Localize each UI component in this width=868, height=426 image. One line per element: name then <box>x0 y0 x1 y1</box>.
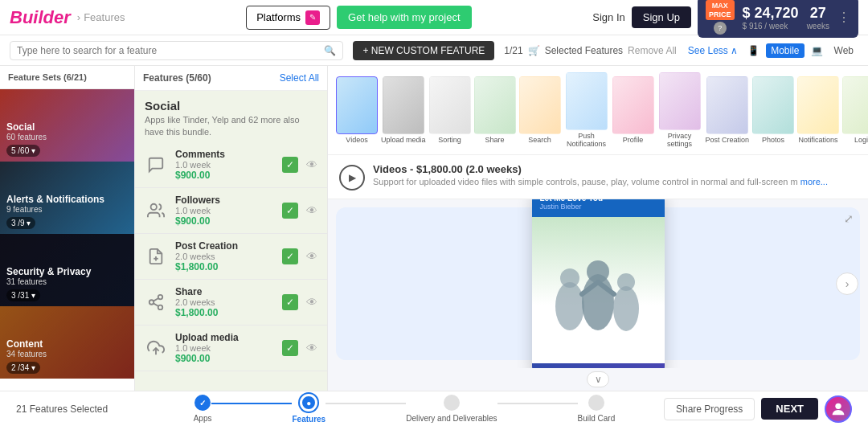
thumb-profile[interactable]: Profile <box>612 76 654 144</box>
upload-media-check[interactable]: ✓ <box>282 340 298 356</box>
post-creation-info: Post Creation 2.0 weeks $1,800.00 <box>175 240 274 272</box>
upload-media-eye[interactable]: 👁 <box>306 342 317 354</box>
post-creation-eye[interactable]: 👁 <box>306 250 317 263</box>
thumb-search-label: Search <box>528 136 551 144</box>
sidebar-social-badge[interactable]: 5 /60 ▾ <box>6 145 40 157</box>
thumb-push-notif[interactable]: Push Notifications <box>564 72 609 148</box>
thumb-videos[interactable]: Videos <box>336 76 378 144</box>
followers-check[interactable]: ✓ <box>282 203 298 219</box>
search-input[interactable] <box>17 45 324 56</box>
signup-button[interactable]: Sign Up <box>632 6 691 28</box>
view-toggle: 📱 Mobile 💻 Web <box>747 43 858 58</box>
thumb-upload-label: Upload media <box>381 136 426 144</box>
sidebar-security-badge[interactable]: 3 /31 ▾ <box>6 289 40 301</box>
signin-button[interactable]: Sign In <box>592 11 624 23</box>
step-features: ● Features <box>292 394 326 424</box>
comments-check[interactable]: ✓ <box>282 157 298 173</box>
max-price-badge: MAXPRICE <box>706 0 735 20</box>
followers-eye[interactable]: 👁 <box>306 204 317 217</box>
thumb-login-label: Login <box>854 136 868 144</box>
share-check[interactable]: ✓ <box>282 294 298 310</box>
connector-3 <box>497 403 578 404</box>
desktop-icon: 💻 <box>811 45 823 56</box>
more-button[interactable]: ⋮ <box>837 10 850 25</box>
thumb-privacy[interactable]: Privacy settings <box>657 72 702 148</box>
comments-icon <box>145 154 167 176</box>
avatar-button[interactable] <box>825 395 852 423</box>
step-build-label: Build Card <box>578 414 616 423</box>
new-feature-button[interactable]: + NEW CUSTOM FEATURE <box>353 41 494 60</box>
thumb-share[interactable]: Share <box>474 76 516 144</box>
collapse-area: ∨ <box>328 368 868 391</box>
next-button[interactable]: NEXT <box>761 398 818 420</box>
play-button[interactable]: ▶ <box>339 165 365 190</box>
thumb-sorting[interactable]: Sorting <box>429 76 471 144</box>
share-progress-button[interactable]: Share Progress <box>664 398 755 420</box>
view-web-button[interactable]: Web <box>829 43 858 58</box>
select-all-button[interactable]: Select All <box>280 72 319 84</box>
sidebar-item-social[interactable]: Social 60 features 5 /60 ▾ <box>0 89 134 162</box>
comments-price: $900.00 <box>175 170 274 181</box>
expand-button[interactable]: ⤢ <box>844 212 854 225</box>
phone-illustration <box>542 238 654 342</box>
share-eye[interactable]: 👁 <box>306 296 317 309</box>
step-apps-label: Apps <box>194 414 212 423</box>
step-delivery-label: Delivery and Deliverables <box>406 414 497 423</box>
edit-icon: ✎ <box>305 10 320 25</box>
sidebar-item-alerts[interactable]: Alerts & Notifications 9 features 3 /9 ▾ <box>0 162 134 234</box>
video-text: Videos - $1,800.00 (2.0 weeks) Support f… <box>373 163 828 186</box>
thumb-login[interactable]: Login <box>842 76 868 144</box>
sidebar-content-sub: 34 features <box>6 350 128 358</box>
sidebar-content-badge[interactable]: 2 /34 ▾ <box>6 362 40 374</box>
step-delivery: Delivery and Deliverables <box>406 395 497 423</box>
weeks-num: 27 <box>807 5 829 22</box>
comments-eye[interactable]: 👁 <box>306 158 317 171</box>
thumb-share-label: Share <box>485 136 505 144</box>
phone-progress-bar[interactable] <box>532 363 665 368</box>
sidebar-alerts-badge[interactable]: 3 /9 ▾ <box>6 217 35 229</box>
thumb-videos-label: Videos <box>346 136 367 144</box>
step-apps-circle: ✓ <box>194 395 211 411</box>
see-less[interactable]: See Less ∧ <box>688 45 738 56</box>
progress-dot <box>589 368 596 369</box>
price-main: $ 24,720 <box>743 5 799 22</box>
thumb-photos-label: Photos <box>762 136 784 144</box>
collapse-button[interactable]: ∨ <box>587 371 609 387</box>
svg-point-17 <box>835 403 841 408</box>
remove-all[interactable]: Remove All <box>628 45 677 56</box>
avatar-icon <box>829 400 847 418</box>
post-creation-price: $1,800.00 <box>175 261 274 272</box>
sidebar-item-content[interactable]: Content 34 features 2 /34 ▾ <box>0 306 134 379</box>
feature-post-creation: Post Creation 2.0 weeks $1,800.00 ✓ 👁 <box>135 234 327 280</box>
social-section-header: Social Apps like Tinder, Yelp and 62 mor… <box>135 91 327 142</box>
next-arrow[interactable]: › <box>836 272 858 295</box>
svg-line-6 <box>154 303 158 306</box>
platforms-button[interactable]: Platforms ✎ <box>246 6 330 30</box>
header: Builder › Features Platforms ✎ Get help … <box>0 0 868 35</box>
weeks-label: weeks <box>807 22 829 31</box>
step-delivery-circle <box>444 395 460 411</box>
thumb-photos[interactable]: Photos <box>752 76 794 144</box>
thumb-search[interactable]: Search <box>519 76 561 144</box>
view-mobile-button[interactable]: Mobile <box>766 43 804 58</box>
breadcrumb: › Features <box>77 11 125 23</box>
thumb-photos-img <box>752 76 794 134</box>
main-area: Feature Sets (6/21) Social 60 features 5… <box>0 66 868 391</box>
thumb-upload-media[interactable]: Upload media <box>381 76 426 144</box>
svg-point-12 <box>587 260 609 283</box>
price-box: MAXPRICE ? $ 24,720 $ 916 / week 27 week… <box>698 0 858 38</box>
question-icon[interactable]: ? <box>714 22 727 35</box>
thumb-notifications[interactable]: Notifications <box>797 76 839 144</box>
connector-1 <box>211 403 292 404</box>
step-features-circle: ● <box>300 394 317 412</box>
thumb-post-creation[interactable]: Post Creation <box>706 76 750 144</box>
help-button[interactable]: Get help with my project <box>337 6 471 29</box>
more-link[interactable]: more... <box>800 177 828 186</box>
thumb-login-img <box>842 76 868 134</box>
post-creation-check[interactable]: ✓ <box>282 248 298 264</box>
platforms-label: Platforms <box>256 11 301 23</box>
logo-text: Builder <box>10 7 71 28</box>
sidebar-alerts-sub: 9 features <box>6 205 128 214</box>
sidebar-item-security[interactable]: Security & Privacy 31 features 3 /31 ▾ <box>0 234 134 306</box>
sidebar-content-title: Content <box>6 338 128 350</box>
